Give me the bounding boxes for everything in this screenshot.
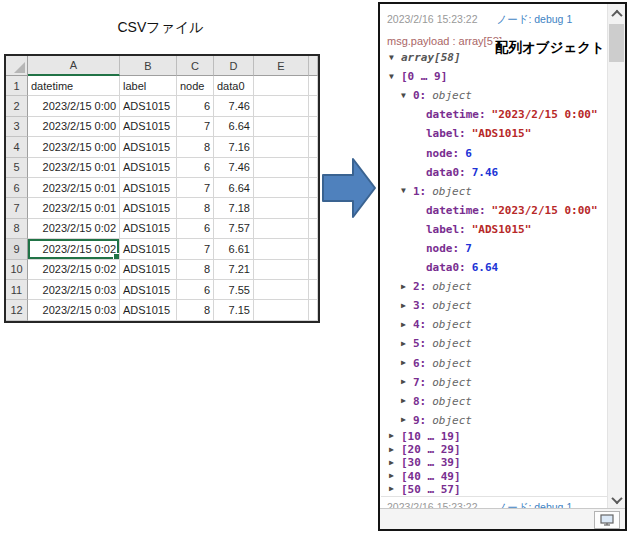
tree-row[interactable]: ▶[40 … 49]	[381, 469, 607, 482]
cell-E1[interactable]	[254, 76, 309, 96]
cell-C12[interactable]: 8	[177, 300, 214, 320]
tree-row[interactable]: ▶9:object	[381, 411, 607, 430]
cell-E9[interactable]	[254, 239, 309, 259]
row-header-6[interactable]: 6	[6, 178, 28, 198]
cell-A10[interactable]: 2023/2/15 0:02	[28, 260, 120, 280]
cell-B7[interactable]: ADS1015	[120, 198, 177, 218]
cell-C10[interactable]: 8	[177, 260, 214, 280]
tree-row[interactable]: ▶8:object	[381, 392, 607, 411]
cell-D10[interactable]: 7.21	[214, 260, 254, 280]
caret-expanded-icon[interactable]: ▼	[401, 187, 413, 195]
cell-partial-7[interactable]	[309, 198, 318, 218]
cell-C3[interactable]: 7	[177, 117, 214, 137]
column-header-D[interactable]: D	[214, 56, 254, 76]
tree-row[interactable]: ▶4:object	[381, 315, 607, 334]
cell-A8[interactable]: 2023/2/15 0:02	[28, 219, 120, 239]
tree-row[interactable]: ▶[20 … 29]	[381, 443, 607, 456]
cell-E3[interactable]	[254, 117, 309, 137]
tree-row[interactable]: ▶3:object	[381, 296, 607, 315]
tree-row[interactable]: datetime:"2023/2/15 0:00"	[381, 105, 607, 124]
cell-partial-2[interactable]	[309, 96, 318, 116]
caret-collapsed-icon[interactable]: ▶	[401, 302, 413, 310]
cell-B4[interactable]: ADS1015	[120, 137, 177, 157]
cell-B6[interactable]: ADS1015	[120, 178, 177, 198]
caret-collapsed-icon[interactable]: ▶	[401, 321, 413, 329]
caret-collapsed-icon[interactable]: ▶	[389, 459, 401, 467]
cell-E2[interactable]	[254, 96, 309, 116]
cell-C7[interactable]: 8	[177, 198, 214, 218]
cell-C2[interactable]: 6	[177, 96, 214, 116]
cell-D5[interactable]: 7.46	[214, 158, 254, 178]
cell-partial-3[interactable]	[309, 117, 318, 137]
row-header-12[interactable]: 12	[6, 300, 28, 320]
row-header-3[interactable]: 3	[6, 117, 28, 137]
cell-partial-4[interactable]	[309, 137, 318, 157]
cell-D8[interactable]: 7.57	[214, 219, 254, 239]
cell-B11[interactable]: ADS1015	[120, 280, 177, 300]
scroll-down-button[interactable]	[608, 491, 625, 508]
caret-collapsed-icon[interactable]: ▶	[401, 340, 413, 348]
cell-E8[interactable]	[254, 219, 309, 239]
cell-partial-1[interactable]	[309, 76, 318, 96]
cell-partial-6[interactable]	[309, 178, 318, 198]
cell-D4[interactable]: 7.16	[214, 137, 254, 157]
cell-B5[interactable]: ADS1015	[120, 158, 177, 178]
cell-C4[interactable]: 8	[177, 137, 214, 157]
row-header-2[interactable]: 2	[6, 96, 28, 116]
cell-D9[interactable]: 6.61	[214, 239, 254, 259]
cell-partial-5[interactable]	[309, 158, 318, 178]
caret-collapsed-icon[interactable]: ▶	[389, 432, 401, 440]
row-header-7[interactable]: 7	[6, 198, 28, 218]
row-header-8[interactable]: 8	[6, 219, 28, 239]
row-header-10[interactable]: 10	[6, 260, 28, 280]
cell-C5[interactable]: 6	[177, 158, 214, 178]
cell-A2[interactable]: 2023/2/15 0:00	[28, 96, 120, 116]
tree-row[interactable]: label:"ADS1015"	[381, 220, 607, 239]
caret-collapsed-icon[interactable]: ▶	[401, 359, 413, 367]
cell-B10[interactable]: ADS1015	[120, 260, 177, 280]
cell-A6[interactable]: 2023/2/15 0:01	[28, 178, 120, 198]
tree-row[interactable]: ▶7:object	[381, 373, 607, 392]
tree-row[interactable]: ▼1:object	[381, 182, 607, 201]
cell-C1[interactable]: node	[177, 76, 214, 96]
cell-C6[interactable]: 7	[177, 178, 214, 198]
cell-partial-9[interactable]	[309, 239, 318, 259]
debug-node-link[interactable]: ノード: debug 1	[496, 13, 572, 25]
cell-D12[interactable]: 7.15	[214, 300, 254, 320]
cell-A12[interactable]: 2023/2/15 0:03	[28, 300, 120, 320]
scroll-up-button[interactable]	[608, 5, 625, 22]
tree-row[interactable]: ▶5:object	[381, 334, 607, 353]
cell-E12[interactable]	[254, 300, 309, 320]
cell-E4[interactable]	[254, 137, 309, 157]
cell-E7[interactable]	[254, 198, 309, 218]
cell-D6[interactable]: 6.64	[214, 178, 254, 198]
cell-partial-12[interactable]	[309, 300, 318, 320]
tree-row[interactable]: label:"ADS1015"	[381, 124, 607, 143]
cell-B1[interactable]: label	[120, 76, 177, 96]
tree-row[interactable]: ▶6:object	[381, 354, 607, 373]
caret-collapsed-icon[interactable]: ▶	[401, 397, 413, 405]
tree-row[interactable]: datetime:"2023/2/15 0:00"	[381, 201, 607, 220]
cell-B8[interactable]: ADS1015	[120, 219, 177, 239]
cell-A3[interactable]: 2023/2/15 0:00	[28, 117, 120, 137]
caret-collapsed-icon[interactable]: ▶	[401, 283, 413, 291]
cell-E10[interactable]	[254, 260, 309, 280]
caret-collapsed-icon[interactable]: ▶	[389, 446, 401, 454]
cell-A1[interactable]: datetime	[28, 76, 120, 96]
caret-collapsed-icon[interactable]: ▶	[389, 485, 401, 493]
cell-D11[interactable]: 7.55	[214, 280, 254, 300]
cell-E6[interactable]	[254, 178, 309, 198]
tree-row[interactable]: ▼0:object	[381, 86, 607, 105]
column-header-E[interactable]: E	[254, 56, 309, 76]
row-header-1[interactable]: 1	[6, 76, 28, 96]
tree-row[interactable]: data0:7.46	[381, 163, 607, 182]
cell-A5[interactable]: 2023/2/15 0:01	[28, 158, 120, 178]
column-header-A[interactable]: A	[28, 56, 120, 76]
tree-row[interactable]: ▶[30 … 39]	[381, 456, 607, 469]
caret-collapsed-icon[interactable]: ▶	[401, 416, 413, 424]
row-header-5[interactable]: 5	[6, 158, 28, 178]
tree-row[interactable]: ▶[50 … 57]	[381, 483, 607, 496]
cell-A9[interactable]: 2023/2/15 0:02	[28, 239, 120, 259]
cell-D3[interactable]: 6.64	[214, 117, 254, 137]
cell-partial-8[interactable]	[309, 219, 318, 239]
